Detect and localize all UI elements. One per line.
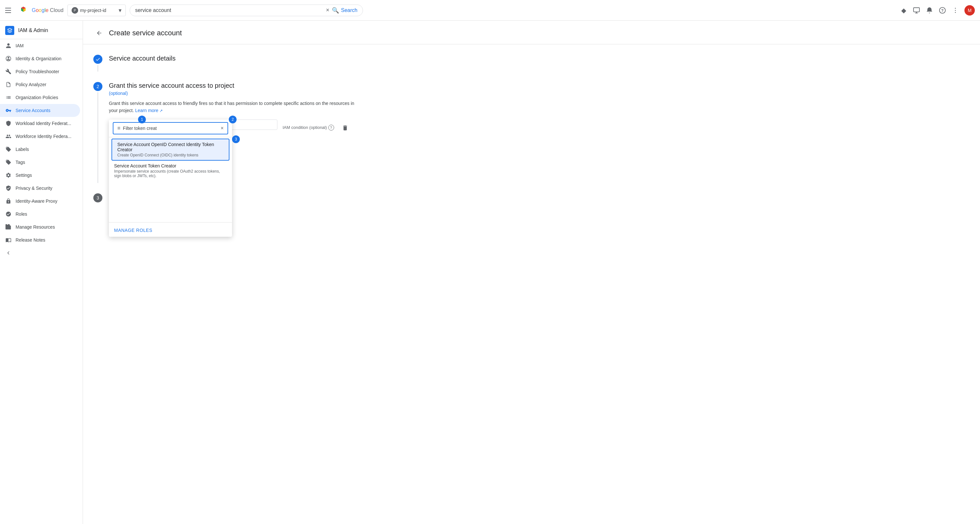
help-icon[interactable]: ? bbox=[939, 6, 946, 14]
identity-aware-proxy-icon bbox=[5, 198, 12, 204]
step-1: Service account details bbox=[93, 55, 364, 71]
manage-roles-button[interactable]: MANAGE ROLES bbox=[114, 228, 152, 233]
step-1-content: Service account details bbox=[109, 55, 364, 71]
step-2-content: Grant this service account access to pro… bbox=[109, 82, 364, 183]
roles-icon bbox=[5, 211, 12, 217]
sidebar-item-workload-identity[interactable]: Workload Identity Federat... bbox=[0, 117, 80, 130]
filter-icon: ≡ bbox=[117, 125, 120, 131]
sidebar-header: IAM & Admin bbox=[0, 21, 83, 39]
learn-more-link[interactable]: Learn more ↗ bbox=[135, 108, 163, 113]
role-dropdown: 2 ≡ × bbox=[109, 119, 232, 237]
dropdown-filter: ≡ × bbox=[113, 122, 228, 134]
sidebar-item-label-identity-org: Identity & Organization bbox=[16, 56, 62, 61]
sidebar-item-service-accounts[interactable]: Service Accounts bbox=[0, 104, 80, 117]
search-input[interactable] bbox=[135, 8, 323, 13]
page-header: Create service account bbox=[83, 21, 980, 44]
dropdown-item-openid-title: Service Account OpenID Connect Identity … bbox=[117, 142, 224, 152]
workload-identity-icon bbox=[5, 120, 12, 127]
settings-icon bbox=[5, 172, 12, 178]
sidebar-item-release-notes[interactable]: Release Notes bbox=[0, 233, 80, 246]
dropdown-footer: MANAGE ROLES bbox=[109, 224, 232, 237]
hamburger-icon[interactable] bbox=[5, 6, 13, 14]
main-content: Create service account Service account d… bbox=[83, 21, 980, 524]
sidebar-item-settings[interactable]: Settings bbox=[0, 169, 80, 182]
project-name: my-project-id bbox=[80, 8, 117, 13]
sidebar-item-label-workload-identity: Workload Identity Federat... bbox=[16, 121, 71, 126]
sidebar-item-policy-analyzer[interactable]: Policy Analyzer bbox=[0, 78, 80, 91]
delete-role-button[interactable] bbox=[339, 122, 351, 135]
identity-org-icon bbox=[5, 56, 12, 62]
dropdown-item-openid[interactable]: 3 Service Account OpenID Connect Identit… bbox=[111, 139, 229, 160]
sidebar-item-label-privacy-security: Privacy & Security bbox=[16, 186, 52, 191]
sidebar-item-identity-aware-proxy[interactable]: Identity-Aware Proxy bbox=[0, 195, 80, 208]
dropdown-divider bbox=[109, 222, 232, 222]
more-options-icon[interactable] bbox=[951, 6, 959, 14]
search-button[interactable]: 🔍 Search bbox=[332, 7, 358, 14]
sidebar-item-iam[interactable]: IAM bbox=[0, 39, 80, 52]
dropdown-items: 3 Service Account OpenID Connect Identit… bbox=[109, 137, 232, 182]
sidebar-item-workforce-identity[interactable]: Workforce Identity Federa... bbox=[0, 130, 80, 143]
svg-point-5 bbox=[955, 8, 956, 9]
step-2-subtitle: (optional) bbox=[109, 91, 364, 96]
sidebar-item-label-tags: Tags bbox=[16, 160, 25, 165]
sidebar-logo bbox=[5, 26, 14, 35]
step-2-line bbox=[97, 92, 98, 183]
content-area: Service account details 2 Grant this ser… bbox=[83, 44, 375, 223]
project-selector[interactable]: P my-project-id ▾ bbox=[67, 5, 126, 16]
sidebar-item-label-iam: IAM bbox=[16, 43, 24, 48]
manage-resources-icon bbox=[5, 224, 12, 230]
sidebar-item-labels[interactable]: Labels bbox=[0, 143, 80, 156]
sidebar-item-label-policy-analyzer: Policy Analyzer bbox=[16, 82, 46, 87]
screen-icon[interactable] bbox=[913, 6, 920, 14]
step-3-indicator: 3 bbox=[93, 193, 102, 202]
policy-analyzer-icon bbox=[5, 81, 12, 88]
back-button[interactable] bbox=[93, 27, 105, 39]
iam-condition-help-icon[interactable]: ? bbox=[328, 125, 334, 130]
service-accounts-icon bbox=[5, 107, 12, 114]
sidebar-item-tags[interactable]: Tags bbox=[0, 156, 80, 169]
bubble-1: 1 bbox=[138, 116, 146, 123]
bubble-2: 2 bbox=[229, 116, 237, 123]
sidebar-item-privacy-security[interactable]: Privacy & Security bbox=[0, 182, 80, 195]
dropdown-spacer bbox=[109, 182, 232, 221]
sidebar-item-label-policy-troubleshooter: Policy Troubleshooter bbox=[16, 69, 59, 74]
topbar-left: Google Cloud P my-project-id ▾ bbox=[5, 4, 126, 17]
dropdown-item-token-title: Service Account Token Creator bbox=[114, 163, 227, 168]
dropdown-item-token-desc: Impersonate service accounts (create OAu… bbox=[114, 169, 227, 178]
sidebar-item-policy-troubleshooter[interactable]: Policy Troubleshooter bbox=[0, 65, 80, 78]
filter-input[interactable] bbox=[123, 125, 218, 131]
google-cloud-logo: Google Cloud bbox=[17, 4, 64, 17]
step-2-circle: 2 bbox=[93, 82, 102, 91]
search-clear-icon[interactable]: × bbox=[326, 7, 329, 14]
step-2-title: Grant this service account access to pro… bbox=[109, 82, 364, 89]
sidebar-item-label-service-accounts: Service Accounts bbox=[16, 108, 50, 113]
svg-point-7 bbox=[955, 12, 956, 13]
policy-troubleshooter-icon bbox=[5, 68, 12, 75]
privacy-security-icon bbox=[5, 185, 12, 191]
sidebar-item-label-org-policies: Organization Policies bbox=[16, 95, 58, 100]
project-icon: P bbox=[72, 7, 78, 14]
iam-condition-label: IAM condition (optional) bbox=[283, 125, 327, 130]
pin-icon[interactable]: ◆ bbox=[900, 6, 907, 14]
iam-icon bbox=[5, 43, 12, 49]
chevron-down-icon: ▾ bbox=[119, 7, 121, 14]
page-title: Create service account bbox=[109, 29, 182, 37]
filter-clear-icon[interactable]: × bbox=[221, 125, 224, 131]
sidebar: IAM & Admin IAM Identity & Organization … bbox=[0, 21, 83, 524]
sidebar-item-label-settings: Settings bbox=[16, 173, 32, 178]
external-link-icon: ↗ bbox=[159, 108, 163, 113]
sidebar-item-roles[interactable]: Roles bbox=[0, 208, 80, 221]
step-2-indicator: 2 bbox=[93, 82, 102, 183]
logo-google: Google bbox=[32, 8, 50, 13]
sidebar-item-label-identity-aware-proxy: Identity-Aware Proxy bbox=[16, 198, 57, 204]
notification-icon[interactable] bbox=[926, 6, 933, 14]
step-1-title: Service account details bbox=[109, 55, 364, 62]
sidebar-item-label-roles: Roles bbox=[16, 211, 27, 217]
sidebar-item-manage-resources[interactable]: Manage Resources bbox=[0, 221, 80, 233]
avatar[interactable]: M bbox=[964, 5, 975, 16]
step-2-desc: Grant this service account access to fri… bbox=[109, 100, 364, 114]
sidebar-item-identity-org[interactable]: Identity & Organization bbox=[0, 52, 80, 65]
dropdown-item-token-creator[interactable]: Service Account Token Creator Impersonat… bbox=[109, 160, 232, 181]
sidebar-item-org-policies[interactable]: Organization Policies bbox=[0, 91, 80, 104]
sidebar-item-collapse[interactable] bbox=[0, 246, 80, 259]
